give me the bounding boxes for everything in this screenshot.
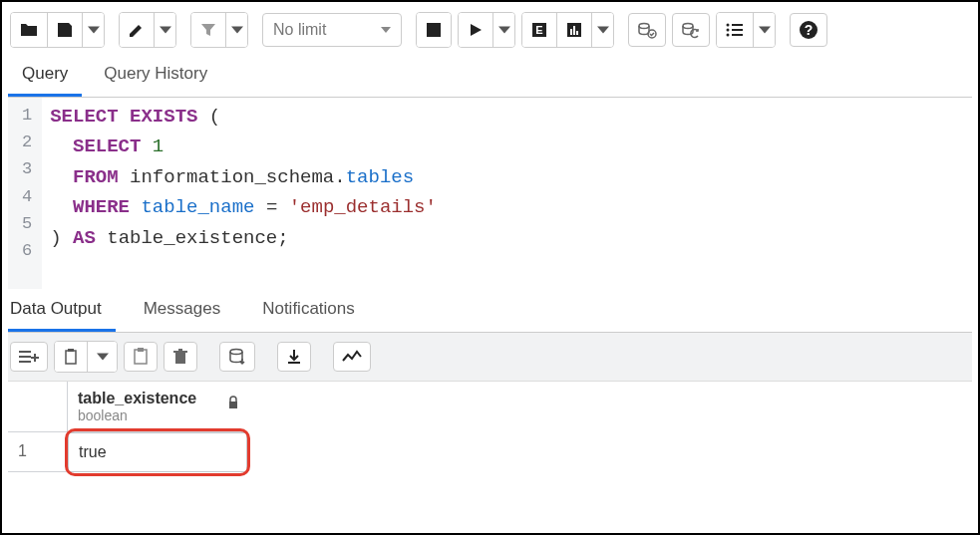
chevron-down-icon [88, 24, 100, 36]
delete-row-button[interactable] [163, 342, 197, 372]
result-grid: table_existence boolean 1 true [8, 382, 972, 472]
svg-rect-32 [229, 401, 237, 408]
svg-rect-6 [576, 31, 578, 35]
explain-dropdown[interactable] [591, 13, 613, 47]
sql-editor[interactable]: 123456 SELECT EXISTS ( SELECT 1 FROM inf… [8, 98, 972, 289]
main-toolbar: No limit E [8, 8, 972, 58]
tab-notifications[interactable]: Notifications [260, 293, 369, 332]
tab-messages[interactable]: Messages [142, 293, 234, 332]
chevron-down-icon [97, 351, 109, 363]
copy-button[interactable] [55, 342, 87, 372]
download-icon [286, 348, 302, 366]
file-group [10, 12, 105, 48]
svg-rect-4 [570, 29, 572, 35]
rollback-icon [681, 21, 701, 39]
triangle-down-icon [381, 27, 391, 33]
pencil-icon [128, 21, 146, 39]
stop-icon [427, 23, 441, 37]
svg-text:?: ? [805, 22, 814, 38]
svg-rect-23 [66, 351, 76, 364]
chevron-down-icon [160, 24, 171, 36]
tab-data-output[interactable]: Data Output [8, 293, 116, 332]
save-data-button[interactable] [219, 342, 255, 372]
chevron-down-icon [231, 24, 243, 36]
data-cell[interactable]: true [68, 432, 247, 472]
copy-icon [63, 348, 79, 366]
editor-tabs: Query Query History [8, 58, 972, 98]
run-group [416, 12, 452, 48]
column-name: table_existence [78, 390, 237, 407]
svg-rect-5 [573, 26, 575, 35]
add-row-button[interactable] [10, 342, 48, 372]
output-toolbar [8, 333, 972, 382]
graph-button[interactable] [333, 342, 371, 372]
edit-dropdown[interactable] [154, 13, 175, 47]
save-button[interactable] [47, 13, 82, 47]
macro-group [716, 12, 776, 48]
copy-dropdown[interactable] [87, 342, 117, 372]
add-row-icon [19, 349, 39, 365]
column-type: boolean [78, 407, 237, 423]
svg-point-12 [727, 29, 730, 32]
explain-analyze-button[interactable] [556, 13, 591, 47]
svg-rect-29 [178, 349, 182, 351]
execute-group [458, 12, 515, 48]
svg-point-10 [727, 24, 730, 27]
stop-button[interactable] [417, 13, 451, 47]
svg-point-14 [727, 34, 730, 37]
chevron-down-icon [759, 24, 771, 36]
analyze-icon [565, 21, 583, 39]
svg-rect-28 [173, 351, 187, 353]
svg-rect-25 [135, 350, 147, 364]
line-gutter: 123456 [8, 98, 42, 289]
help-button[interactable]: ? [790, 13, 827, 47]
svg-text:E: E [535, 24, 542, 36]
svg-rect-13 [732, 29, 743, 31]
list-icon [725, 22, 745, 38]
save-icon [56, 21, 74, 39]
tab-query-history[interactable]: Query History [90, 58, 221, 97]
svg-point-9 [683, 24, 693, 29]
code-area[interactable]: SELECT EXISTS ( SELECT 1 FROM informatio… [42, 98, 445, 289]
commit-icon [637, 21, 657, 39]
lock-icon [227, 396, 239, 409]
corner-cell [8, 382, 68, 432]
row-limit-select[interactable]: No limit [262, 13, 402, 47]
row-number[interactable]: 1 [8, 432, 68, 472]
svg-rect-15 [732, 34, 743, 36]
chevron-down-icon [597, 24, 609, 36]
execute-button[interactable] [459, 13, 492, 47]
trash-icon [172, 348, 188, 366]
column-header[interactable]: table_existence boolean [68, 382, 247, 432]
commit-button[interactable] [628, 13, 666, 47]
copy-group [54, 341, 118, 373]
edit-button[interactable] [120, 13, 154, 47]
svg-rect-20 [19, 361, 31, 363]
svg-rect-18 [19, 351, 31, 353]
tab-query[interactable]: Query [8, 58, 82, 97]
paste-icon [133, 348, 149, 366]
svg-rect-27 [175, 353, 185, 364]
macro-button[interactable] [717, 13, 753, 47]
filter-dropdown[interactable] [225, 13, 247, 47]
macro-dropdown[interactable] [753, 13, 775, 47]
download-button[interactable] [277, 342, 311, 372]
filter-button[interactable] [191, 13, 225, 47]
rollback-button[interactable] [672, 13, 710, 47]
graph-icon [342, 350, 362, 364]
filter-group [190, 12, 248, 48]
chevron-down-icon [498, 24, 510, 36]
explain-button[interactable]: E [522, 13, 556, 47]
open-file-button[interactable] [11, 13, 47, 47]
result-grid-wrap: table_existence boolean 1 true [8, 382, 972, 472]
paste-button[interactable] [124, 342, 158, 372]
svg-rect-0 [427, 23, 441, 37]
svg-point-30 [230, 350, 242, 355]
save-dropdown[interactable] [82, 13, 104, 47]
svg-rect-22 [31, 357, 39, 359]
execute-dropdown[interactable] [492, 13, 514, 47]
folder-icon [19, 22, 39, 38]
play-icon [468, 22, 484, 38]
explain-group: E [521, 12, 614, 48]
svg-rect-31 [288, 362, 300, 364]
